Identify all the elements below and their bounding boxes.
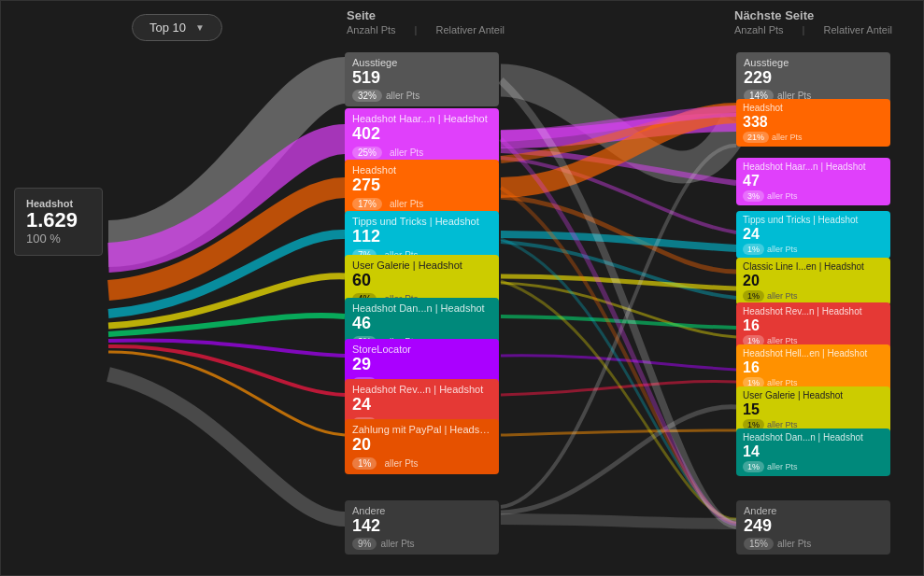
left-card-1-value: 275 — [352, 176, 491, 196]
left-card-7[interactable]: Zahlung mit PayPal | Headshot 20 1% alle… — [345, 419, 499, 474]
right-card-0-title: Headshot — [743, 103, 884, 113]
main-container: Top 10 ▼ Seite Anzahl Pts | Relativer An… — [0, 0, 924, 576]
left-card-1-badge: 17% — [352, 198, 382, 210]
right-card-0-aller: aller Pts — [772, 133, 803, 142]
left-info-box: Headshot 1.629 100 % — [14, 188, 103, 256]
right-card-5[interactable]: Headshot Hell...en | Headshot 16 1% alle… — [736, 344, 890, 392]
right-card-3-aller: aller Pts — [767, 291, 798, 301]
right-andere-title: Andere — [744, 505, 883, 516]
right-card-6[interactable]: User Galerie | Headshot 15 1% aller Pts — [736, 386, 890, 434]
right-card-1-badge: 3% — [743, 190, 764, 202]
left-ausstieg-badge: 32% — [352, 90, 382, 102]
left-card-1[interactable]: Headshot 275 17% aller Pts — [345, 160, 499, 215]
right-andere-value: 249 — [744, 516, 883, 536]
left-col-header: Seite Anzahl Pts | Relativer Anteil — [347, 8, 505, 35]
right-card-7-aller: aller Pts — [767, 462, 798, 471]
left-col-sub1: Anzahl Pts — [347, 24, 396, 35]
right-card-2-value: 24 — [743, 225, 884, 243]
right-card-1[interactable]: Headshot Haar...n | Headshot 47 3% aller… — [736, 158, 890, 205]
left-card-7-badge: 1% — [352, 457, 377, 470]
left-ausstieg-value: 519 — [352, 68, 491, 88]
left-col-sub2: Relativer Anteil — [435, 24, 504, 35]
left-card-0-title: Headshot Haar...n | Headshot — [352, 113, 491, 124]
top10-dropdown[interactable]: Top 10 ▼ — [132, 14, 222, 41]
right-col-title: Nächste Seite — [734, 8, 892, 22]
right-ausstieg-title: Ausstiege — [744, 57, 883, 68]
left-card-7-aller: aller Pts — [384, 458, 418, 469]
right-card-3-title: Classic Line I...en | Headshot — [743, 261, 884, 272]
left-card-4-value: 46 — [352, 314, 491, 334]
right-card-6-title: User Galerie | Headshot — [743, 390, 884, 400]
left-card-6-title: Headshot Rev...n | Headshot — [352, 384, 491, 395]
left-card-1-aller: aller Pts — [390, 199, 423, 209]
left-andere-badge: 9% — [352, 538, 377, 550]
right-col-header: Nächste Seite Anzahl Pts | Relativer Ant… — [734, 8, 892, 35]
left-card-2-title: Tipps und Tricks | Headshot — [352, 216, 491, 227]
right-col-sub2: Relativer Anteil — [823, 24, 891, 35]
right-card-1-value: 47 — [743, 172, 884, 190]
left-card-0-badge: 25% — [352, 147, 382, 159]
left-andere-card[interactable]: Andere 142 9% aller Pts — [345, 500, 499, 555]
left-ausstieg-title: Ausstiege — [352, 57, 491, 68]
left-card-0-aller: aller Pts — [390, 148, 423, 158]
right-card-2-aller: aller Pts — [767, 245, 798, 254]
left-andere-aller: aller Pts — [380, 539, 414, 549]
left-card-4-title: Headshot Dan...n | Headshot — [352, 302, 491, 314]
right-card-0-badge: 21% — [743, 132, 769, 143]
left-ausstieg-aller: aller Pts — [386, 91, 419, 101]
chevron-down-icon: ▼ — [195, 22, 205, 33]
left-card-5-title: StoreLocator — [352, 344, 491, 355]
right-card-7[interactable]: Headshot Dan...n | Headshot 14 1% aller … — [736, 428, 890, 476]
left-card-2-value: 112 — [352, 227, 491, 247]
right-andere-card[interactable]: Andere 249 15% aller Pts — [736, 500, 890, 555]
right-card-7-value: 14 — [743, 443, 884, 460]
right-card-3[interactable]: Classic Line I...en | Headshot 20 1% all… — [736, 258, 890, 305]
right-card-7-title: Headshot Dan...n | Headshot — [743, 432, 884, 443]
left-col-title: Seite — [347, 8, 505, 22]
right-card-5-title: Headshot Hell...en | Headshot — [743, 348, 884, 358]
right-card-3-value: 20 — [743, 272, 884, 289]
left-card-6-value: 24 — [352, 395, 491, 415]
right-card-1-title: Headshot Haar...n | Headshot — [743, 162, 884, 172]
right-card-5-value: 16 — [743, 358, 884, 376]
right-card-4-title: Headshot Rev...n | Headshot — [743, 306, 884, 316]
right-card-2[interactable]: Tipps und Tricks | Headshot 24 1% aller … — [736, 211, 890, 259]
left-card-7-title: Zahlung mit PayPal | Headshot — [352, 424, 491, 435]
dropdown-label: Top 10 — [149, 21, 186, 35]
left-card-0[interactable]: Headshot Haar...n | Headshot 402 25% all… — [345, 108, 499, 163]
right-card-2-title: Tipps und Tricks | Headshot — [743, 215, 884, 225]
right-andere-aller: aller Pts — [777, 539, 811, 549]
left-andere-value: 142 — [352, 516, 491, 536]
left-info-percent: 100 % — [26, 232, 91, 246]
left-card-0-value: 402 — [352, 124, 491, 145]
right-andere-badge: 15% — [744, 538, 774, 550]
right-card-3-badge: 1% — [743, 290, 764, 302]
left-card-3-title: User Galerie | Headshot — [352, 260, 491, 271]
right-card-4-value: 16 — [743, 316, 884, 334]
right-card-6-value: 15 — [743, 400, 884, 418]
right-ausstieg-value: 229 — [744, 68, 883, 88]
left-andere-title: Andere — [352, 505, 491, 516]
right-card-1-aller: aller Pts — [767, 191, 798, 201]
left-card-5-value: 29 — [352, 355, 491, 375]
right-card-4[interactable]: Headshot Rev...n | Headshot 16 1% aller … — [736, 302, 890, 350]
right-card-7-badge: 1% — [743, 461, 764, 472]
left-card-7-value: 20 — [352, 435, 491, 456]
right-card-2-badge: 1% — [743, 244, 764, 255]
right-card-0-value: 338 — [743, 113, 884, 131]
right-col-sub1: Anzahl Pts — [734, 24, 784, 35]
right-card-0[interactable]: Headshot 338 21% aller Pts — [736, 99, 890, 147]
left-card-3-value: 60 — [352, 271, 491, 291]
left-info-value: 1.629 — [26, 209, 91, 232]
left-ausstieg-card[interactable]: Ausstiege 519 32% aller Pts — [345, 52, 499, 106]
left-card-1-title: Headshot — [352, 164, 491, 176]
